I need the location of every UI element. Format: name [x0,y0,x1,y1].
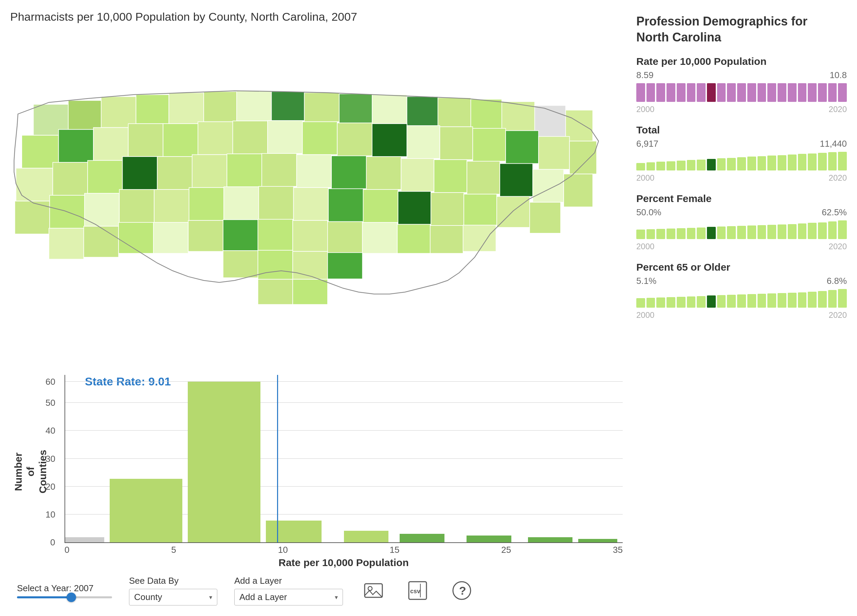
year-label: Select a Year: 2007 [17,583,112,594]
spark-bar-selected [707,83,716,102]
spark-bar [727,295,736,307]
grid-line-40 [65,430,623,430]
svg-rect-32 [538,136,569,169]
spark-bar [818,83,827,102]
spark-bar [677,297,685,308]
svg-rect-26 [337,123,372,156]
histogram-chart: NumberofCounties 60 50 40 [17,375,623,568]
metric-older: Percent 65 or Older 5.1% 6.8% [636,262,847,320]
left-panel: Pharmacists per 10,000 Population by Cou… [10,10,630,609]
svg-rect-22 [198,122,233,155]
svg-rect-61 [363,189,398,223]
spark-bar [636,163,645,170]
hist-bar-6 [467,536,511,542]
svg-rect-28 [407,125,440,159]
spark-bar [758,225,766,239]
nc-choropleth-map[interactable] [10,27,630,371]
spark-bar [677,161,685,170]
hist-bar-1 [110,479,182,542]
x-tick-25: 25 [501,545,511,555]
svg-rect-3 [136,95,169,124]
metric-older-title: Percent 65 or Older [636,262,847,273]
spark-bar-selected [707,296,716,307]
spark-bar [778,293,786,308]
svg-rect-20 [128,124,163,156]
spark-bar [767,156,776,170]
add-layer-dropdown[interactable]: Add a Layer ▾ [234,589,343,605]
svg-rect-70 [153,223,189,253]
hist-bar-3 [266,521,322,542]
spark-bar [697,83,705,102]
map-title: Pharmacists per 10,000 Population by Cou… [10,10,630,23]
svg-rect-46 [434,159,467,192]
histogram-inner: 60 50 40 30 20 10 0 [65,375,623,543]
svg-rect-42 [297,155,332,187]
spark-bar [788,83,797,102]
spark-bar [647,229,655,239]
map-area [10,27,630,371]
spark-bar [838,289,847,308]
metric-rate-min: 8.59 [636,70,654,80]
svg-rect-1 [68,101,101,130]
spark-bar [717,158,726,170]
metric-older-min: 5.1% [636,276,656,286]
metric-female-min: 50.0% [636,207,661,218]
svg-rect-78 [430,226,463,253]
svg-rect-4 [169,93,204,124]
svg-rect-36 [88,161,122,193]
spark-bar [828,152,837,170]
metric-total-bars [636,152,847,170]
spark-bar [656,229,665,239]
help-button[interactable]: ? [448,579,475,602]
metric-older-year-start: 2000 [636,310,654,320]
metric-rate-years: 2000 2020 [636,105,847,114]
svg-rect-45 [401,159,434,192]
spark-bar [687,160,696,170]
metric-total-min: 6,917 [636,139,658,149]
svg-rect-35 [53,163,88,195]
svg-rect-6 [237,91,272,121]
grid-line-30 [65,458,623,459]
spark-bar [838,83,847,102]
svg-rect-86 [365,584,382,597]
slider-track [17,596,112,598]
spark-bar [747,294,756,308]
metric-rate: Rate per 10,000 Population 8.59 10.8 [636,56,847,114]
svg-rect-82 [293,251,328,279]
svg-rect-76 [362,223,397,253]
see-data-by-dropdown[interactable]: County ▾ [129,589,217,605]
metric-total: Total 6,917 11,440 [636,124,847,183]
spark-bar [737,83,746,102]
svg-rect-27 [372,124,407,156]
svg-rect-29 [440,127,473,159]
image-download-button[interactable] [360,579,387,602]
spark-bar [697,296,705,308]
metric-older-years: 2000 2020 [636,310,847,320]
hist-bar-4 [344,531,388,543]
histogram-area: State Rate: 9.01 NumberofCounties [10,371,630,568]
svg-rect-43 [331,156,367,189]
spark-bar [778,83,786,102]
csv-download-button[interactable]: csv [404,579,431,602]
year-slider-container[interactable] [17,596,112,598]
spark-bar [808,83,817,102]
spark-bar [828,83,837,102]
svg-rect-67 [49,228,84,259]
spark-bar [808,153,817,170]
metric-rate-year-end: 2020 [829,105,847,114]
spark-bar [677,83,685,102]
spark-bar [828,290,837,307]
spark-bar [838,220,847,239]
spark-bar [727,226,736,239]
svg-rect-12 [438,98,471,127]
grid-line-60 [65,381,623,382]
spark-bar [636,298,645,308]
y-tick-60: 60 [45,376,55,387]
svg-rect-84 [258,279,293,304]
metric-rate-year-start: 2000 [636,105,654,114]
metric-rate-bars [636,83,847,102]
spark-bar [808,292,817,308]
spark-bar [636,229,645,239]
y-tick-50: 50 [45,398,55,408]
spark-bar [747,226,756,239]
